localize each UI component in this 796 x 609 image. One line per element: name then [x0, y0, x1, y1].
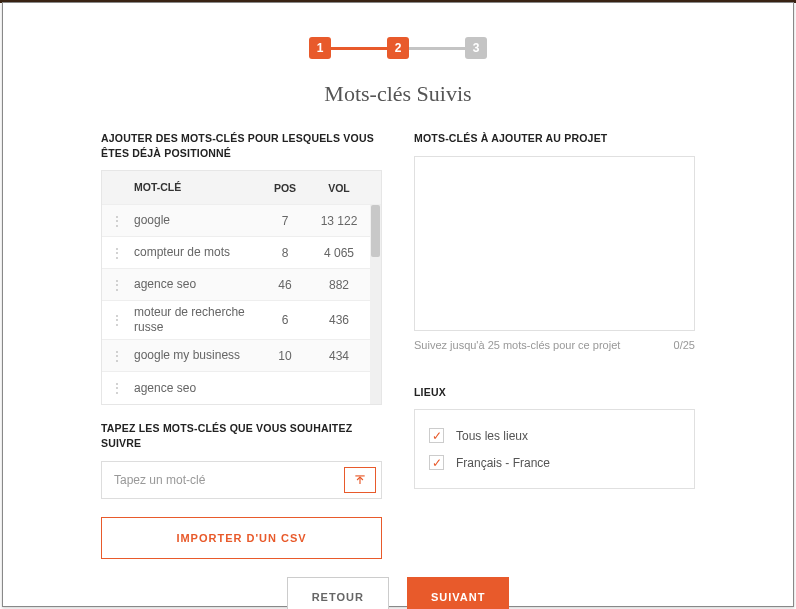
cell-vol: 13 122: [309, 214, 369, 228]
table-row[interactable]: ⋮ agence seo 46 882: [102, 269, 381, 301]
cell-keyword: google my business: [132, 344, 261, 367]
lieux-box: ✓ Tous les lieux ✓ Français - France: [414, 409, 695, 489]
table-row[interactable]: ⋮ google 7 13 122: [102, 205, 381, 237]
next-button[interactable]: SUIVANT: [407, 577, 509, 609]
stepper: 1 2 3: [3, 37, 793, 59]
keyword-table: MOT-CLÉ POS VOL ⋮ google 7 13 122 ⋮ comp…: [101, 170, 382, 405]
cell-pos: 8: [261, 246, 309, 260]
keyword-input-row: [101, 461, 382, 499]
add-ranked-label: AJOUTER DES MOTS-CLÉS POUR LESQUELS VOUS…: [101, 131, 382, 160]
step-3[interactable]: 3: [465, 37, 487, 59]
cell-pos: 46: [261, 278, 309, 292]
step-2[interactable]: 2: [387, 37, 409, 59]
drag-handle-icon[interactable]: ⋮: [102, 214, 132, 228]
scrollbar-thumb[interactable]: [371, 205, 380, 257]
lieu-item[interactable]: ✓ Tous les lieux: [429, 422, 680, 449]
checkbox-icon[interactable]: ✓: [429, 455, 444, 470]
step-1[interactable]: 1: [309, 37, 331, 59]
cell-keyword: moteur de recherche russe: [132, 301, 261, 339]
cell-keyword: agence seo: [132, 273, 261, 296]
table-header: MOT-CLÉ POS VOL: [102, 171, 381, 205]
submit-keyword-icon[interactable]: [344, 467, 376, 493]
table-row[interactable]: ⋮ agence seo: [102, 372, 381, 404]
table-row[interactable]: ⋮ google my business 10 434: [102, 340, 381, 372]
th-vol[interactable]: VOL: [309, 182, 369, 194]
cell-vol: 436: [309, 313, 369, 327]
add-to-project-label: MOTS-CLÉS À AJOUTER AU PROJET: [414, 131, 695, 146]
footer-actions: RETOUR SUIVANT: [3, 577, 793, 609]
th-keyword[interactable]: MOT-CLÉ: [132, 177, 261, 198]
table-scrollbar[interactable]: [370, 205, 381, 404]
lieu-label: Tous les lieux: [456, 429, 528, 443]
helper-text: Suivez jusqu'à 25 mots-clés pour ce proj…: [414, 339, 620, 351]
cell-vol: 882: [309, 278, 369, 292]
cell-pos: 7: [261, 214, 309, 228]
drag-handle-icon[interactable]: ⋮: [102, 313, 132, 327]
modal-frame: 1 2 3 Mots-clés Suivis AJOUTER DES MOTS-…: [2, 2, 794, 607]
table-row[interactable]: ⋮ moteur de recherche russe 6 436: [102, 301, 381, 340]
lieu-label: Français - France: [456, 456, 550, 470]
connector-2-3: [409, 47, 465, 50]
th-pos[interactable]: POS: [261, 182, 309, 194]
type-keywords-label: TAPEZ LES MOTS-CLÉS QUE VOUS SOUHAITEZ S…: [101, 421, 382, 450]
back-button[interactable]: RETOUR: [287, 577, 389, 609]
cell-keyword: google: [132, 209, 261, 232]
lieu-item[interactable]: ✓ Français - France: [429, 449, 680, 476]
cell-vol: 4 065: [309, 246, 369, 260]
project-keywords-box[interactable]: [414, 156, 695, 331]
cell-keyword: compteur de mots: [132, 241, 261, 264]
drag-handle-icon[interactable]: ⋮: [102, 278, 132, 292]
cell-pos: 10: [261, 349, 309, 363]
drag-handle-icon[interactable]: ⋮: [102, 246, 132, 260]
page-title: Mots-clés Suivis: [3, 81, 793, 107]
lieux-label: LIEUX: [414, 385, 695, 400]
keyword-input[interactable]: [102, 462, 339, 498]
table-row[interactable]: ⋮ compteur de mots 8 4 065: [102, 237, 381, 269]
cell-keyword: agence seo: [132, 377, 261, 400]
cell-vol: 434: [309, 349, 369, 363]
import-csv-button[interactable]: IMPORTER D'UN CSV: [101, 517, 382, 559]
checkbox-icon[interactable]: ✓: [429, 428, 444, 443]
connector-1-2: [331, 47, 387, 50]
drag-handle-icon[interactable]: ⋮: [102, 349, 132, 363]
keyword-counter: 0/25: [674, 339, 695, 351]
drag-handle-icon[interactable]: ⋮: [102, 381, 132, 395]
cell-pos: 6: [261, 313, 309, 327]
